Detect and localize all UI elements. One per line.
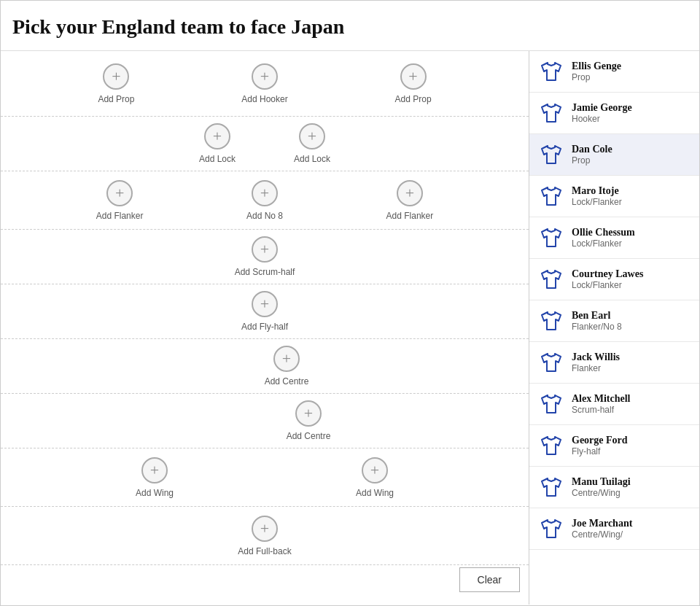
player-name: Ellis Genge — [572, 61, 691, 72]
add-wing-right-label: Add Wing — [356, 488, 394, 498]
player-position: Prop — [572, 155, 691, 166]
add-scrum-half-circle: + — [252, 236, 278, 263]
add-prop-left[interactable]: + Add Prop — [98, 63, 134, 104]
player-info: Dan ColeProp — [572, 144, 691, 166]
add-lock-right[interactable]: + Add Lock — [294, 123, 330, 164]
front-row: + Add Prop + Add Hooker + Add Prop — [1, 51, 529, 117]
player-item[interactable]: Alex MitchellScrum-half — [529, 384, 699, 425]
player-item[interactable]: George FordFly-half — [529, 425, 699, 467]
player-shirt-icon — [538, 141, 564, 168]
player-name: Alex Mitchell — [572, 393, 691, 405]
player-item[interactable]: Ben EarlFlanker/No 8 — [529, 300, 699, 342]
add-prop-right-circle: + — [400, 63, 427, 90]
player-item[interactable]: Dan ColeProp — [529, 134, 699, 176]
add-lock-right-circle: + — [299, 123, 325, 149]
add-prop-right[interactable]: + Add Prop — [395, 63, 432, 104]
player-name: Ben Earl — [572, 310, 691, 322]
add-centre2-circle: + — [295, 400, 322, 427]
clear-button[interactable]: Clear — [459, 567, 520, 592]
player-position: Hooker — [572, 114, 691, 124]
player-name: Dan Cole — [572, 144, 691, 155]
pitch-area: + Add Prop + Add Hooker + Add Prop + Add… — [1, 51, 529, 605]
add-fullback[interactable]: + Add Full-back — [238, 516, 291, 556]
svg-marker-0 — [542, 63, 561, 80]
svg-marker-10 — [542, 478, 561, 496]
player-position: Lock/Flanker — [572, 197, 691, 207]
svg-marker-1 — [542, 104, 561, 122]
add-lock-left-label: Add Lock — [199, 154, 236, 164]
player-shirt-icon — [538, 474, 564, 500]
player-item[interactable]: Manu TuilagiCentre/Wing — [529, 467, 699, 508]
player-item[interactable]: Maro ItojeLock/Flanker — [529, 176, 699, 217]
add-hooker[interactable]: + Add Hooker — [241, 63, 287, 104]
add-centre1[interactable]: + Add Centre — [265, 346, 309, 386]
player-position: Fly-half — [572, 446, 691, 457]
add-fullback-circle: + — [252, 516, 278, 542]
player-position: Centre/Wing — [572, 488, 691, 498]
add-flanker-right[interactable]: + Add Flanker — [386, 180, 434, 221]
player-shirt-icon — [538, 266, 564, 292]
player-name: Jamie George — [572, 102, 691, 114]
player-position: Flanker — [572, 363, 691, 373]
add-hooker-label: Add Hooker — [241, 94, 287, 104]
add-prop-right-label: Add Prop — [395, 94, 432, 104]
player-position: Flanker/No 8 — [572, 322, 691, 332]
add-wing-left-label: Add Wing — [136, 488, 174, 498]
add-wing-left-circle: + — [141, 457, 168, 483]
add-centre1-label: Add Centre — [265, 376, 309, 386]
player-name: Manu Tuilagi — [572, 476, 691, 488]
add-scrum-half[interactable]: + Add Scrum-half — [235, 236, 295, 277]
add-flanker-right-circle: + — [397, 180, 423, 206]
add-centre2[interactable]: + Add Centre — [287, 400, 331, 441]
add-wing-right-circle: + — [362, 457, 388, 483]
player-item[interactable]: Courtney LawesLock/Flanker — [529, 259, 699, 300]
back-row: + Add Flanker + Add No 8 + Add Flanker — [1, 171, 529, 230]
add-flanker-right-label: Add Flanker — [386, 211, 434, 221]
add-flanker-left[interactable]: + Add Flanker — [96, 180, 144, 221]
player-position: Lock/Flanker — [572, 238, 691, 249]
add-wing-left[interactable]: + Add Wing — [136, 457, 174, 498]
player-info: Manu TuilagiCentre/Wing — [572, 476, 691, 498]
player-item[interactable]: Jamie GeorgeHooker — [529, 93, 699, 134]
player-shirt-icon — [538, 183, 564, 209]
add-prop-left-label: Add Prop — [98, 94, 134, 104]
add-no8[interactable]: + Add No 8 — [246, 180, 283, 221]
add-hooker-circle: + — [252, 63, 278, 90]
fullback-row: + Add Full-back — [1, 507, 529, 565]
page-title: Pick your England team to face Japan — [1, 1, 699, 51]
add-fly-half[interactable]: + Add Fly-half — [241, 291, 288, 332]
add-no8-circle: + — [252, 180, 278, 206]
add-fly-half-label: Add Fly-half — [241, 322, 288, 332]
add-lock-left[interactable]: + Add Lock — [199, 123, 236, 164]
add-centre2-label: Add Centre — [287, 431, 331, 441]
player-position: Centre/Wing/ — [572, 529, 691, 540]
player-shirt-icon — [538, 225, 564, 251]
player-info: George FordFly-half — [572, 435, 691, 457]
player-info: Maro ItojeLock/Flanker — [572, 185, 691, 207]
player-shirt-icon — [538, 391, 564, 417]
player-position: Scrum-half — [572, 405, 691, 415]
player-name: Jack Willis — [572, 351, 691, 363]
svg-marker-8 — [542, 395, 561, 413]
player-info: Jamie GeorgeHooker — [572, 102, 691, 124]
svg-marker-9 — [542, 437, 561, 454]
pitch-bottom-bar: Clear — [1, 565, 529, 594]
player-shirt-icon — [538, 100, 564, 126]
player-item[interactable]: Ellis GengeProp — [529, 51, 699, 93]
player-name: George Ford — [572, 435, 691, 446]
player-info: Alex MitchellScrum-half — [572, 393, 691, 415]
player-info: Ben EarlFlanker/No 8 — [572, 310, 691, 332]
player-item[interactable]: Jack WillisFlanker — [529, 342, 699, 384]
svg-marker-4 — [542, 229, 561, 246]
player-name: Courtney Lawes — [572, 268, 691, 280]
scrum-half-row: + Add Scrum-half — [1, 230, 529, 284]
player-name: Ollie Chessum — [572, 227, 691, 238]
add-wing-right[interactable]: + Add Wing — [356, 457, 394, 498]
player-item[interactable]: Joe MarchantCentre/Wing/ — [529, 508, 699, 550]
player-position: Lock/Flanker — [572, 280, 691, 290]
add-centre1-circle: + — [273, 346, 300, 372]
player-list: Ellis GengeProp Jamie GeorgeHooker Dan C… — [529, 51, 699, 605]
player-item[interactable]: Ollie ChessumLock/Flanker — [529, 217, 699, 259]
svg-marker-2 — [542, 146, 561, 163]
centre1-row: + Add Centre — [1, 339, 529, 394]
